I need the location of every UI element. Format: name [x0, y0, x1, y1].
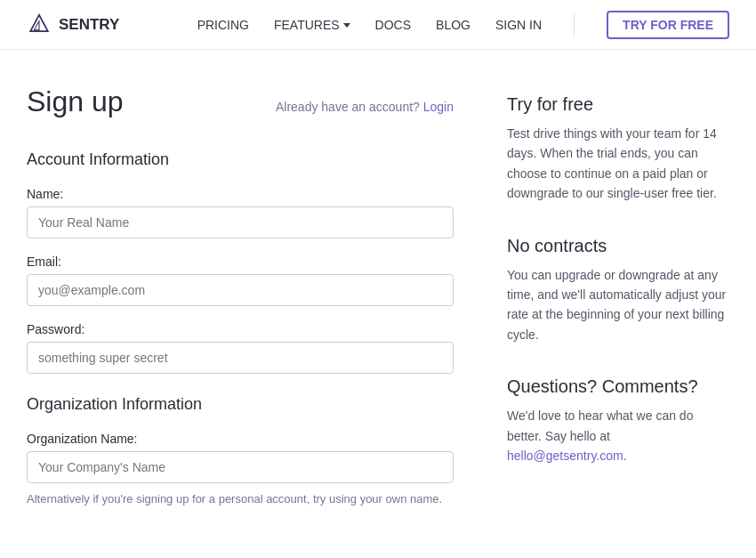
features-chevron-icon: [343, 23, 350, 28]
logo-link[interactable]: SENTRY: [27, 12, 119, 37]
email-input[interactable]: [27, 274, 454, 306]
org-name-field-group: Organization Name: Alternatively if you'…: [27, 432, 454, 508]
name-label: Name:: [27, 187, 454, 201]
password-field-group: Password:: [27, 322, 454, 374]
nav-signin[interactable]: SIGN IN: [495, 18, 542, 32]
org-name-input[interactable]: [27, 451, 454, 483]
no-contracts-text: You can upgrade or downgrade at any time…: [507, 265, 729, 345]
org-section-heading: Organization Information: [27, 395, 454, 414]
contact-email-link[interactable]: hello@getsentry.com: [507, 449, 623, 463]
try-free-text: Test drive things with your team for 14 …: [507, 124, 729, 204]
org-name-hint: Alternatively if you're signing up for a…: [27, 490, 454, 508]
sentry-logo-icon: [27, 12, 52, 37]
info-side: Try for free Test drive things with your…: [507, 85, 729, 524]
password-label: Password:: [27, 322, 454, 336]
name-field-group: Name:: [27, 187, 454, 239]
already-account-text: Already have an account? Login: [276, 100, 454, 114]
email-label: Email:: [27, 255, 454, 269]
already-account-label: Already have an account?: [276, 100, 420, 114]
try-free-heading: Try for free: [507, 94, 729, 115]
org-name-label: Organization Name:: [27, 432, 454, 446]
nav-links: PRICING FEATURES DOCS BLOG SIGN IN TRY F…: [197, 11, 729, 39]
account-section-heading: Account Information: [27, 150, 454, 169]
questions-text: We'd love to hear what we can do better.…: [507, 406, 729, 465]
info-questions: Questions? Comments? We'd love to hear w…: [507, 376, 729, 465]
login-link[interactable]: Login: [423, 100, 454, 114]
nav-blog[interactable]: BLOG: [436, 18, 470, 32]
info-no-contracts: No contracts You can upgrade or downgrad…: [507, 236, 729, 345]
questions-text-after: .: [623, 449, 627, 463]
name-input[interactable]: [27, 206, 454, 239]
logo-text: SENTRY: [59, 16, 119, 34]
questions-text-before: We'd love to hear what we can do better.…: [507, 408, 693, 442]
nav-features-label: FEATURES: [274, 18, 340, 32]
questions-heading: Questions? Comments?: [507, 376, 729, 397]
navbar: SENTRY PRICING FEATURES DOCS BLOG SIGN I…: [0, 0, 756, 50]
form-side: Sign up Already have an account? Login A…: [27, 85, 454, 524]
nav-docs[interactable]: DOCS: [375, 18, 411, 32]
nav-divider: [574, 14, 575, 36]
try-for-free-button[interactable]: TRY FOR FREE: [607, 11, 729, 39]
no-contracts-heading: No contracts: [507, 236, 729, 256]
page-title-row: Sign up Already have an account? Login: [27, 85, 454, 118]
main-container: Sign up Already have an account? Login A…: [0, 50, 756, 558]
email-field-group: Email:: [27, 255, 454, 306]
info-try-free: Try for free Test drive things with your…: [507, 94, 729, 204]
page-title: Sign up: [27, 85, 124, 118]
nav-pricing[interactable]: PRICING: [197, 18, 249, 32]
nav-features-dropdown[interactable]: FEATURES: [274, 18, 350, 32]
password-input[interactable]: [27, 342, 454, 374]
